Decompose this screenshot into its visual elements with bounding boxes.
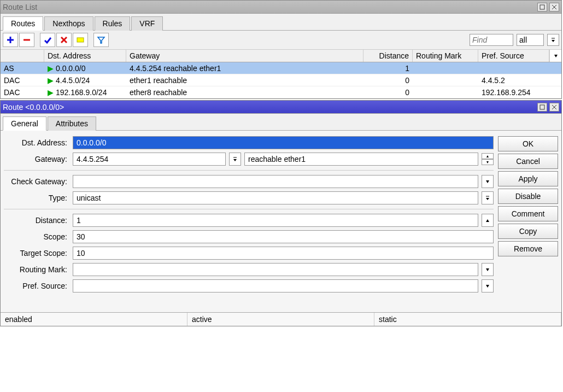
- route-detail-window: Route <0.0.0.0/0> General Attributes Dst…: [0, 100, 562, 326]
- cell-gateway: ether1 reachable: [126, 76, 363, 85]
- filter-dropdown-button[interactable]: [547, 34, 559, 46]
- distance-label: Distance:: [4, 216, 69, 225]
- cell-dst: ▶0.0.0.0/0: [44, 64, 126, 73]
- disable-button[interactable]: [56, 33, 72, 47]
- copy-button[interactable]: Copy: [498, 224, 558, 239]
- cell-distance: 1: [363, 64, 413, 73]
- cell-pref-source: 4.4.5.2: [478, 76, 549, 85]
- cell-distance: 0: [363, 88, 413, 97]
- status-enabled: enabled: [1, 313, 187, 326]
- gateway-input[interactable]: [73, 153, 226, 166]
- distance-input[interactable]: [73, 214, 478, 227]
- dst-address-label: Dst. Address:: [4, 138, 69, 147]
- svg-marker-18: [486, 180, 489, 183]
- cell-gateway: ether8 reachable: [126, 88, 363, 97]
- cell-flags: AS: [1, 64, 44, 73]
- svg-marker-22: [486, 268, 489, 271]
- target-scope-input[interactable]: [73, 247, 494, 260]
- table-row[interactable]: AS▶0.0.0.0/04.4.5.254 reachable ether11: [1, 62, 561, 74]
- routing-mark-input[interactable]: [73, 263, 478, 276]
- scope-input[interactable]: [73, 230, 494, 243]
- route-list-title: Route List: [3, 3, 537, 11]
- col-pref-source[interactable]: Pref. Source: [478, 50, 549, 62]
- cell-flags: DAC: [1, 88, 44, 97]
- col-flags[interactable]: [1, 50, 44, 62]
- tab-general[interactable]: General: [3, 116, 46, 131]
- remove-button[interactable]: [19, 33, 34, 47]
- svg-marker-23: [486, 285, 489, 288]
- play-icon: ▶: [48, 64, 54, 73]
- gateway-status: reachable ether1: [244, 153, 478, 166]
- svg-marker-11: [552, 40, 555, 42]
- detail-close-button[interactable]: [549, 103, 559, 112]
- cell-dst: ▶4.4.5.0/24: [44, 76, 126, 85]
- remove-button[interactable]: Remove: [498, 241, 558, 256]
- type-input[interactable]: [73, 191, 478, 204]
- gateway-updown[interactable]: ▲▼: [482, 153, 494, 165]
- play-icon: ▶: [48, 76, 54, 85]
- add-button[interactable]: [3, 33, 18, 47]
- route-detail-tabs: General Attributes: [1, 114, 561, 131]
- tab-routes[interactable]: Routes: [3, 16, 43, 31]
- ok-button[interactable]: OK: [498, 136, 558, 151]
- play-icon: ▶: [48, 88, 54, 97]
- pref-source-input[interactable]: [73, 279, 478, 292]
- svg-marker-9: [98, 37, 104, 43]
- gateway-label: Gateway:: [4, 155, 69, 163]
- table-row[interactable]: DAC▶192.168.9.0/24ether8 reachable0192.1…: [1, 86, 561, 98]
- table-row[interactable]: DAC▶4.4.5.0/24ether1 reachable04.4.5.2: [1, 74, 561, 86]
- columns-menu-button[interactable]: [549, 50, 561, 62]
- routing-mark-toggle[interactable]: [482, 263, 494, 276]
- gateway-dropdown-button[interactable]: [229, 153, 241, 166]
- col-routing-mark[interactable]: Routing Mark: [413, 50, 478, 62]
- svg-marker-20: [486, 198, 489, 200]
- pref-source-label: Pref. Source:: [4, 282, 69, 290]
- check-gateway-toggle[interactable]: [482, 175, 494, 188]
- cell-distance: 0: [363, 76, 413, 85]
- route-list-titlebar[interactable]: Route List: [1, 1, 561, 14]
- route-grid-header: Dst. Address Gateway Distance Routing Ma…: [1, 50, 561, 62]
- cancel-button[interactable]: Cancel: [498, 154, 558, 169]
- route-list-toolbar: [1, 31, 561, 50]
- route-detail-title: Route <0.0.0.0/0>: [3, 103, 537, 112]
- svg-rect-8: [77, 38, 84, 42]
- minimize-button[interactable]: [537, 3, 547, 11]
- status-static: static: [374, 313, 561, 326]
- route-detail-form: Dst. Address: Gateway: reachable ether1 …: [1, 131, 561, 312]
- col-gateway[interactable]: Gateway: [126, 50, 363, 62]
- tab-vrf[interactable]: VRF: [131, 16, 163, 31]
- svg-rect-13: [540, 105, 544, 109]
- apply-button[interactable]: Apply: [498, 171, 558, 186]
- filter-select[interactable]: [517, 34, 544, 46]
- filter-button[interactable]: [93, 33, 109, 47]
- pref-source-toggle[interactable]: [482, 279, 494, 292]
- tab-nexthops[interactable]: Nexthops: [44, 16, 93, 31]
- routing-mark-label: Routing Mark:: [4, 265, 69, 274]
- distance-toggle[interactable]: [482, 214, 494, 227]
- col-dst[interactable]: Dst. Address: [44, 50, 126, 62]
- comment-button[interactable]: Comment: [498, 206, 558, 221]
- route-grid-body: AS▶0.0.0.0/04.4.5.254 reachable ether11D…: [1, 62, 561, 98]
- dst-address-input[interactable]: [73, 136, 494, 149]
- detail-minimize-button[interactable]: [537, 103, 547, 112]
- tab-rules[interactable]: Rules: [95, 16, 131, 31]
- cell-dst: ▶192.168.9.0/24: [44, 88, 126, 97]
- type-label: Type:: [4, 194, 69, 202]
- comment-button[interactable]: [73, 33, 88, 47]
- find-input[interactable]: [470, 34, 513, 46]
- col-distance[interactable]: Distance: [363, 50, 413, 62]
- check-gateway-input[interactable]: [73, 175, 478, 188]
- tab-attributes[interactable]: Attributes: [48, 116, 96, 131]
- svg-marker-17: [233, 159, 237, 161]
- target-scope-label: Target Scope:: [4, 249, 69, 258]
- action-buttons: OKCancelApplyDisableCommentCopyRemove: [498, 136, 558, 296]
- route-list-window: Route List Routes Nexthops Rules VRF Dst…: [0, 0, 562, 99]
- cell-pref-source: 192.168.9.254: [478, 88, 549, 97]
- close-button[interactable]: [549, 3, 559, 11]
- status-active: active: [187, 313, 374, 326]
- enable-button[interactable]: [40, 33, 55, 47]
- route-detail-titlebar[interactable]: Route <0.0.0.0/0>: [1, 101, 561, 114]
- type-dropdown-button[interactable]: [482, 191, 494, 204]
- disable-button[interactable]: Disable: [498, 189, 558, 204]
- route-list-tabs: Routes Nexthops Rules VRF: [1, 14, 561, 31]
